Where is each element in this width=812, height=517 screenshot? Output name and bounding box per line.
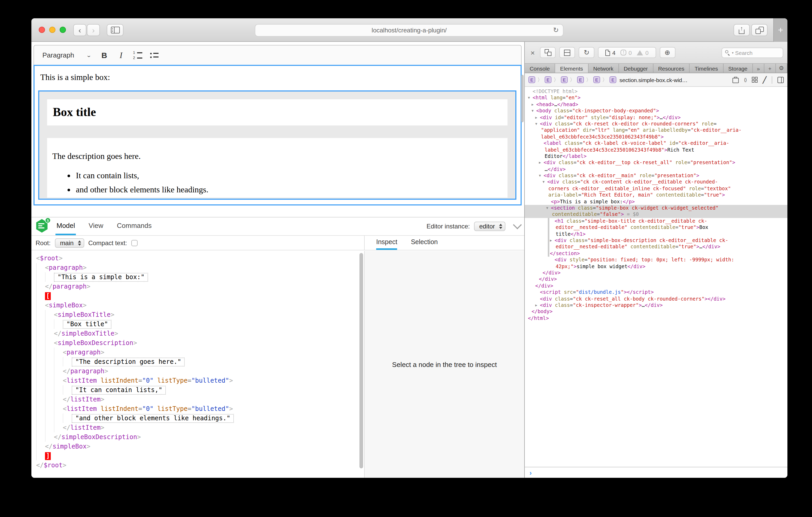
model-tree-line[interactable]: <simpleBoxDescription> [31, 338, 364, 347]
tab-view[interactable]: View [88, 217, 105, 235]
dom-tree-line[interactable]: …</div> [525, 166, 787, 173]
dom-tree-line[interactable]: <p>This is a simple box:</p> [525, 199, 787, 205]
model-tree-line[interactable]: </simpleBoxDescription> [31, 432, 364, 442]
breadcrumb-element-badge[interactable]: E [545, 76, 551, 83]
tab-debugger[interactable]: Debugger [619, 64, 654, 73]
dom-tree-line[interactable]: label_e63cbbfece34c53ce23501062343f49b8"… [525, 147, 787, 153]
settings-tab-button[interactable]: ⚙ [776, 64, 787, 73]
dom-tree-line[interactable]: <div class="ck ck-reset_all ck-body ck-r… [525, 296, 787, 302]
paintbrush-icon[interactable]: ╱ [763, 76, 766, 83]
dom-tree-line[interactable]: <h1 class="simple-box-title ck-editor__e… [525, 218, 787, 224]
root-select[interactable]: main [55, 238, 84, 247]
dom-tree-line[interactable]: Editor</label> [525, 153, 787, 160]
close-devtools-button[interactable]: × [529, 48, 536, 57]
dom-tree-line[interactable]: </div> [525, 276, 787, 283]
editor-editable-area[interactable]: This is a simple box: Box title The desc… [33, 65, 522, 206]
dom-tree[interactable]: <!DOCTYPE html>▼<html lang="en">▶<head>…… [525, 87, 787, 467]
sidebar-toggle-button[interactable] [107, 24, 123, 36]
bulleted-list-button[interactable] [147, 48, 162, 62]
element-picker-button[interactable]: ⊕ [660, 47, 675, 58]
dom-tree-line[interactable]: 42px;">simple box widget</div> [525, 263, 787, 270]
forward-button[interactable]: › [87, 24, 100, 36]
simple-box-description-area[interactable]: The description goes here. It can contai… [47, 138, 508, 197]
dom-tree-line[interactable]: </div> [525, 282, 787, 289]
dom-tree-line[interactable]: "application" dir="ltr" lang="en" aria-l… [525, 127, 787, 134]
dom-tree-line[interactable]: editor__nested-editable" contenteditable… [525, 244, 787, 250]
model-tree-line[interactable]: [ [31, 291, 364, 301]
tab-inspect[interactable]: Inspect [376, 236, 397, 250]
dock-side-button[interactable] [540, 47, 556, 58]
more-tabs-button[interactable]: » [753, 64, 764, 73]
dom-tree-line[interactable]: ▼<div class="ck ck-content ck-editor__ed… [525, 179, 787, 186]
dom-tree-line[interactable]: aria-label="Rich Text Editor, main" cont… [525, 192, 787, 199]
print-icon[interactable] [732, 78, 738, 83]
model-tree-line[interactable]: <paragraph> [31, 263, 364, 272]
model-tree-line[interactable]: "Box title" [31, 320, 364, 329]
dom-tree-line[interactable]: </section> [525, 250, 787, 257]
minimize-window-button[interactable] [49, 27, 55, 33]
simple-box-title-area[interactable]: Box title [47, 99, 508, 125]
breadcrumb-element-badge[interactable]: E [561, 76, 568, 83]
dom-tree-line[interactable]: editor__nested-editable" contenteditable… [525, 224, 787, 231]
dom-tree-line[interactable]: ▶<div class="ck-inspector-wrapper">…</di… [525, 302, 787, 309]
dom-tree-line[interactable]: <!DOCTYPE html> [525, 88, 787, 95]
add-tab-button[interactable]: + [764, 64, 776, 73]
box-title-text[interactable]: Box title [53, 105, 96, 119]
model-tree-line[interactable]: </paragraph> [31, 282, 364, 291]
quick-console[interactable]: › [525, 467, 787, 478]
model-tree-line[interactable]: </listItem> [31, 423, 364, 432]
breadcrumb-element-badge[interactable]: E [593, 76, 600, 83]
dom-tree-line[interactable]: ▼<section class="simple-box ck-widget ck… [525, 205, 787, 211]
breadcrumb-selected-node[interactable]: section.simple-box.ck-wid… [619, 77, 688, 83]
list-item[interactable]: and other block elements like headings. [76, 185, 502, 194]
back-button[interactable]: ‹ [73, 24, 86, 36]
dom-tree-line[interactable]: <div style="position: fixed; top: 0px; l… [525, 257, 787, 263]
share-button[interactable]: ↑ [733, 24, 750, 36]
show-source-icon[interactable]: ⟨⟩ [744, 77, 746, 82]
dom-tree-line[interactable]: ▶<div id="editor" style="display: none;"… [525, 114, 787, 121]
dom-tree-line[interactable]: title</h1> [525, 231, 787, 237]
dom-tree-line[interactable]: ▶<head>…</head> [525, 101, 787, 108]
dom-tree-line[interactable]: </html> [525, 315, 787, 322]
model-tree-line[interactable]: <paragraph> [31, 347, 364, 357]
dom-tree-line[interactable]: <script src="dist/bundle.js"></script> [525, 289, 787, 296]
zoom-window-button[interactable] [60, 27, 66, 33]
tab-resources[interactable]: Resources [653, 64, 690, 73]
dom-tree-line[interactable]: ▶<div class="ck ck-editor__top ck-reset_… [525, 160, 787, 166]
simple-box-widget[interactable]: Box title The description goes here. It … [38, 90, 516, 200]
dom-tree-line[interactable]: label_e63cbbfece34c53ce23501062343f49b8"… [525, 133, 787, 140]
dom-tree-line[interactable]: corners ck-editor__editable_inline ck-fo… [525, 186, 787, 192]
tab-overview-button[interactable] [751, 24, 767, 36]
details-sidebar-icon[interactable] [778, 77, 784, 83]
breadcrumb-element-badge[interactable]: E [577, 76, 584, 83]
dock-bottom-button[interactable] [559, 47, 575, 58]
grid-overlay-icon[interactable] [752, 77, 758, 83]
page-scrollbar[interactable] [521, 75, 524, 122]
issues-summary-button[interactable]: 4 ! 0 0 [598, 47, 656, 58]
reload-page-button[interactable]: ↻ [579, 47, 594, 58]
reload-icon[interactable]: ↻ [553, 26, 559, 34]
bold-button[interactable]: B [97, 48, 112, 62]
close-window-button[interactable] [39, 27, 45, 33]
model-tree-line[interactable]: </$root> [31, 460, 364, 470]
dom-tree-line[interactable]: ▼<div class="ck ck-reset ck-editor ck-ro… [525, 121, 787, 127]
model-tree-line[interactable]: <$root> [31, 253, 364, 263]
model-tree-line[interactable]: "This is a simple box:" [31, 272, 364, 282]
model-tree-line[interactable]: </simpleBox> [31, 442, 364, 451]
editor-paragraph[interactable]: This is a simple box: [40, 73, 521, 82]
tab-selection[interactable]: Selection [411, 236, 438, 250]
model-tree-scrollbar[interactable] [359, 253, 363, 468]
tab-timelines[interactable]: Timelines [690, 64, 723, 73]
breadcrumb-element-badge[interactable]: E [610, 76, 616, 83]
model-tree-line[interactable]: "and other block elements like headings.… [31, 414, 364, 423]
dom-tree-line[interactable]: ▶<div class="simple-box-description ck-e… [525, 237, 787, 244]
heading-dropdown[interactable]: Paragraph ⌄ [38, 49, 95, 61]
collapse-inspector-icon[interactable] [513, 220, 522, 229]
box-description-text[interactable]: The description goes here. [52, 152, 502, 161]
dom-tree-line[interactable]: ▼<html lang="en"> [525, 95, 787, 101]
tab-elements[interactable]: Elements [555, 64, 588, 73]
tab-storage[interactable]: Storage [723, 64, 753, 73]
model-tree-line[interactable]: <listItem listIndent="0" listType="bulle… [31, 404, 364, 414]
dom-tree-line[interactable]: contenteditable="false"> = $0 [525, 211, 787, 218]
dom-tree-line[interactable]: <label class="ck ck-label ck-voice-label… [525, 140, 787, 147]
